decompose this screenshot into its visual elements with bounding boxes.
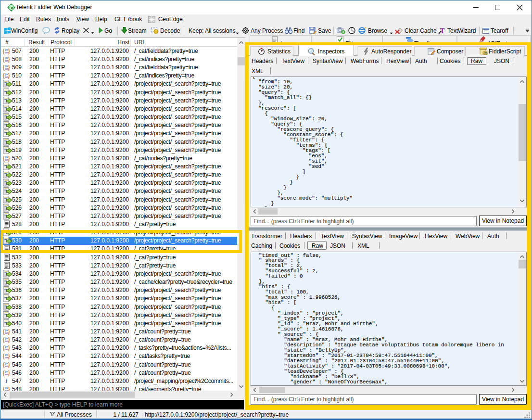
svg-text:on: on	[5, 158, 9, 161]
svg-text:on: on	[5, 76, 9, 79]
svg-text:on: on	[5, 364, 9, 368]
svg-text:T: T	[440, 27, 445, 34]
svg-text:on: on	[5, 372, 9, 376]
svg-text:on: on	[5, 348, 9, 351]
svg-text:i: i	[6, 378, 8, 384]
svg-text:on: on	[5, 67, 9, 71]
svg-text:on: on	[5, 331, 9, 334]
svg-text:on: on	[5, 340, 9, 343]
svg-text:on: on	[5, 51, 9, 54]
svg-text:on: on	[5, 59, 9, 62]
svg-text:F: F	[10, 5, 13, 10]
svg-text:on: on	[5, 356, 9, 359]
